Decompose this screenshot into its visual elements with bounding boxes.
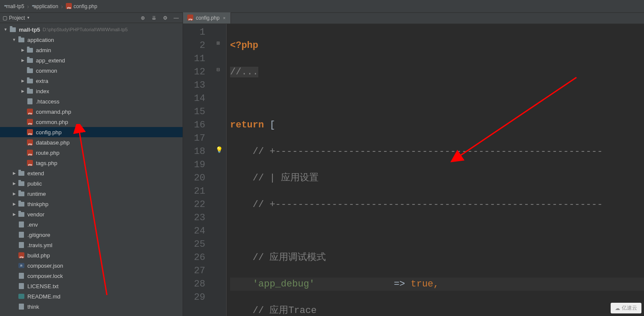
chevron-right-icon[interactable]: ▶ [20,47,26,53]
file-icon [18,283,25,289]
php-file-icon [27,118,33,125]
close-icon[interactable]: × [222,16,226,20]
tab-label: config.php [196,15,219,21]
tree-row-application[interactable]: ▼ application [0,35,183,45]
code-token: // | 应用设置 [253,173,319,183]
tab-config[interactable]: config.php × [183,12,231,24]
folder-icon [27,47,33,53]
tree-label: command.php [36,109,71,115]
tree-row-app-extend[interactable]: ▶ app_extend [0,55,183,65]
tree-row-database[interactable]: database.php [0,137,183,148]
tree-label: route.php [36,150,59,156]
fold-expand-icon[interactable]: ⊞ [216,41,220,45]
chevron-right-icon[interactable]: ▶ [20,57,26,63]
crumb-application[interactable]: application [32,3,58,9]
tree-row-public[interactable]: ▶ public [0,178,183,189]
sidebar-title[interactable]: ▢ Project ▼ [3,15,30,21]
markdown-file-icon [18,293,25,300]
tree-row-tags[interactable]: tags.php [0,158,183,168]
chevron-right-icon [60,4,64,9]
crumb-root[interactable]: mall-tp5 [4,3,24,9]
chevron-right-icon[interactable]: ▶ [11,191,17,197]
code-token: // 应用Trace [253,305,317,316]
tree-label: admin [36,47,51,53]
tree-row-vendor[interactable]: ▶ vendor [0,209,183,219]
code-area[interactable]: 1 2 11 12 13 14 15 16 17 18 19 20 21 22 … [183,24,644,316]
tree-row-common-php[interactable]: common.php [0,117,183,127]
line-number: 2 [183,39,205,52]
line-number: 15 [183,105,205,118]
tree-row-root[interactable]: ▼ mall-tp5 D:\phpStudy\PHPTutorial\WWW\m… [0,24,183,35]
chevron-right-icon[interactable]: ▶ [20,88,26,94]
chevron-right-icon[interactable]: ▶ [11,170,17,176]
tree-row-extend[interactable]: ▶ extend [0,168,183,178]
line-number: 16 [183,118,205,132]
tree-row-command[interactable]: command.php [0,106,183,117]
tree-row-license[interactable]: LICENSE.txt [0,281,183,291]
locate-icon[interactable]: ⊕ [139,14,147,22]
tree-row-composer-lock[interactable]: composer.lock [0,271,183,281]
cloud-icon: ☁ [615,305,620,311]
chevron-right-icon[interactable]: ▶ [11,201,17,207]
tree-row-admin[interactable]: ▶ admin [0,45,183,55]
code-token: [ [264,120,275,130]
line-number: 28 [183,278,205,291]
file-icon [18,272,25,279]
folder-icon [27,77,33,84]
php-file-icon [27,108,33,115]
tree-label: build.php [27,252,50,259]
folder-icon [18,36,25,43]
tree-row-readme[interactable]: README.md [0,291,183,301]
tree-row-gitignore[interactable]: .gitignore [0,230,183,240]
code-content[interactable]: <?php //... return [ // +---------------… [227,24,644,316]
tree-row-config[interactable]: config.php [0,127,183,137]
line-number: 27 [183,264,205,278]
tree-row-common[interactable]: common [0,65,183,76]
fold-collapse-icon[interactable]: ⊟ [216,67,220,72]
tree-row-route[interactable]: route.php [0,148,183,158]
tree-row-travis[interactable]: .travis.yml [0,240,183,250]
breadcrumb: mall-tp5 application config.php [0,0,644,13]
line-number: 26 [183,251,205,264]
code-token: return [230,120,264,130]
tree-label: common [36,68,57,74]
tree-row-htaccess[interactable]: .htaccess [0,96,183,106]
folder-icon [18,190,25,197]
tree-row-think[interactable]: think [0,301,183,312]
chevron-down-icon[interactable]: ▼ [3,27,9,32]
crumb-config[interactable]: config.php [66,3,97,10]
chevron-right-icon[interactable]: ▶ [11,211,17,217]
tree-label: .env [27,221,38,228]
tree-label: composer.lock [27,273,63,279]
code-token: // +------------------------------------… [253,199,603,210]
php-file-icon [18,252,25,259]
tree-label: public [27,180,42,187]
tree-row-index[interactable]: ▶ index [0,86,183,96]
line-number: 12 [183,65,205,79]
tree-row-composer-json[interactable]: composer.json [0,260,183,271]
hide-icon[interactable]: — [172,14,180,22]
gear-icon[interactable]: ⚙ [161,14,169,22]
tree-row-build[interactable]: build.php [0,250,183,260]
folder-icon [27,67,33,74]
project-tree[interactable]: ▼ mall-tp5 D:\phpStudy\PHPTutorial\WWW\m… [0,23,183,316]
line-number: 21 [183,185,205,198]
tree-label: vendor [27,211,44,218]
watermark: ☁ 亿速云 [611,303,641,313]
line-number: 13 [183,79,205,92]
tree-row-runtime[interactable]: ▶ runtime [0,189,183,199]
line-number: 1 [183,26,205,39]
chevron-right-icon[interactable]: ▶ [20,78,26,84]
crumb-label: mall-tp5 [6,3,24,9]
lightbulb-icon[interactable]: 💡 [216,146,223,153]
tree-row-extra[interactable]: ▶ extra [0,76,183,86]
tree-label: think [27,304,39,310]
tree-row-env[interactable]: .env [0,219,183,230]
php-file-icon [66,3,72,10]
code-token: 'app_debug' [253,279,315,289]
tree-row-thinkphp[interactable]: ▶ thinkphp [0,199,183,209]
code-token: <?php [230,40,258,51]
collapse-icon[interactable]: ⇊ [150,14,158,22]
chevron-down-icon[interactable]: ▼ [11,37,17,43]
chevron-right-icon[interactable]: ▶ [11,180,17,186]
